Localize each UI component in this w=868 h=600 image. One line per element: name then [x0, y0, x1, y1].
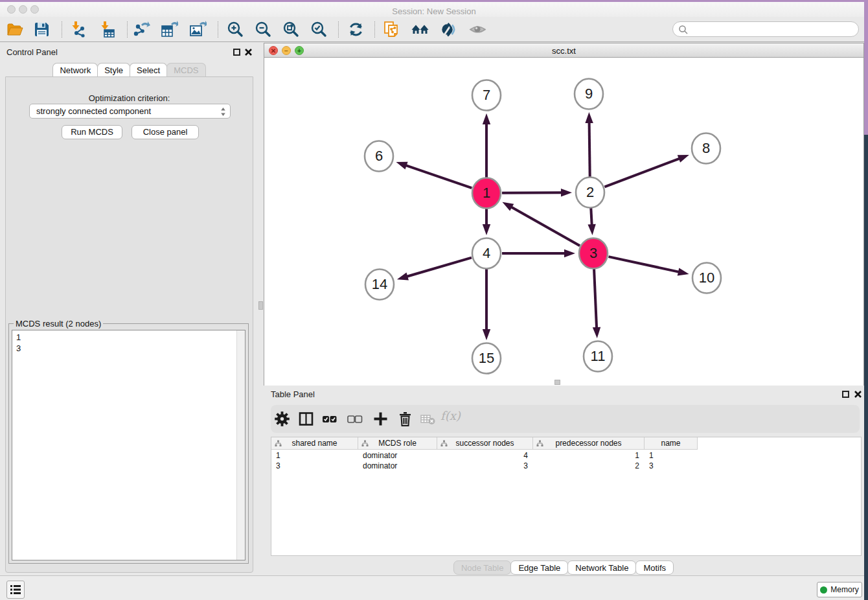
edge-arrow-3-10 — [678, 268, 689, 275]
table-header: shared nameMCDS rolesuccessor nodesprede… — [271, 437, 698, 450]
node-label-8: 8 — [702, 140, 710, 156]
import-network-icon[interactable] — [69, 21, 87, 38]
tab-style[interactable]: Style — [97, 63, 130, 77]
memory-label: Memory — [830, 585, 858, 594]
column-header-successor-nodes[interactable]: successor nodes — [437, 437, 533, 450]
export-image-icon[interactable] — [189, 21, 207, 38]
h-scroll-thumb[interactable] — [554, 380, 560, 385]
edge-arrow-2-9 — [585, 112, 593, 123]
tab-edge-table[interactable]: Edge Table — [510, 560, 568, 575]
list-icon — [7, 581, 24, 598]
node-label-14: 14 — [372, 276, 387, 292]
export-table-icon[interactable] — [161, 21, 178, 38]
main-toolbar — [0, 17, 868, 42]
columns-icon[interactable] — [298, 411, 314, 427]
node-label-1: 1 — [483, 185, 490, 201]
edge-1-6[interactable] — [405, 165, 472, 188]
edge-1-2[interactable] — [502, 192, 562, 193]
memory-button[interactable]: Memory — [817, 582, 862, 597]
zoom-out-icon[interactable] — [255, 21, 272, 38]
edge-2-3[interactable] — [591, 208, 591, 225]
mcds-result-group: MCDS result (2 nodes) 1 3 — [8, 323, 249, 564]
table-tabs: Node TableEdge TableNetwork TableMotifs — [262, 560, 864, 575]
desktop-background — [864, 135, 868, 600]
cell: dominator — [363, 461, 397, 470]
search-icon — [678, 25, 689, 35]
delete-icon[interactable] — [397, 411, 413, 427]
column-header-predecessor-nodes[interactable]: predecessor nodes — [533, 437, 645, 450]
close-panel-icon[interactable] — [244, 48, 253, 56]
column-tree-icon — [536, 440, 543, 447]
tab-motifs[interactable]: Motifs — [635, 560, 674, 575]
column-header-name[interactable]: name — [645, 437, 698, 450]
deselect-all-icon[interactable] — [347, 411, 363, 427]
mcds-result-scrollbar[interactable] — [236, 330, 245, 560]
mcds-result-lines: 1 3 — [16, 332, 21, 354]
search-input[interactable] — [672, 21, 859, 37]
column-tree-icon — [440, 440, 448, 447]
edge-4-14[interactable] — [406, 258, 472, 277]
edge-2-9[interactable] — [589, 122, 590, 177]
cell: dominator — [363, 451, 397, 460]
mcds-result-box[interactable]: 1 3 — [12, 330, 246, 560]
tab-mcds[interactable]: MCDS — [166, 63, 205, 77]
cell: 1 — [276, 451, 280, 460]
delete-table-icon[interactable] — [420, 411, 436, 427]
tab-network[interactable]: Network — [52, 63, 98, 77]
function-icon[interactable]: f(x) — [440, 409, 466, 425]
edge-3-1[interactable] — [510, 207, 580, 246]
tab-node-table[interactable]: Node Table — [453, 560, 512, 575]
save-icon[interactable] — [33, 21, 51, 38]
tab-network-table[interactable]: Network Table — [567, 560, 636, 575]
float-table-panel-icon[interactable] — [842, 391, 849, 398]
edge-arrow-4-14 — [397, 272, 409, 280]
column-header-shared-name[interactable]: shared name — [271, 437, 358, 450]
close-table-panel-icon[interactable] — [854, 390, 862, 398]
task-history-button[interactable] — [6, 581, 25, 599]
tab-select[interactable]: Select — [130, 63, 167, 77]
node-label-4: 4 — [483, 245, 490, 261]
edge-arrow-2-8 — [678, 155, 689, 163]
float-panel-icon[interactable] — [233, 49, 240, 56]
optimization-criterion-label: Optimization criterion: — [6, 93, 253, 103]
run-mcds-button[interactable]: Run MCDS — [62, 125, 122, 139]
edge-2-8[interactable] — [604, 158, 680, 187]
edge-3-11[interactable] — [594, 269, 597, 329]
network-window-titlebar[interactable]: ✕ − + scc.txt — [264, 43, 863, 58]
cell: 4 — [437, 451, 528, 460]
splitter-handle[interactable] — [258, 301, 263, 310]
edge-arrow-3-1 — [502, 202, 514, 211]
edge-arrow-4-3 — [564, 249, 575, 257]
zoom-fit-icon[interactable] — [282, 21, 300, 38]
node-table[interactable]: shared nameMCDS rolesuccessor nodesprede… — [271, 437, 862, 556]
edge-arrow-1-7 — [483, 113, 490, 124]
node-label-10: 10 — [699, 270, 714, 286]
duplicate-network-icon[interactable] — [383, 21, 400, 38]
show-eye-icon[interactable] — [469, 21, 486, 38]
zoom-selected-icon[interactable] — [310, 21, 328, 38]
column-tree-icon — [275, 440, 282, 447]
home-icon[interactable] — [411, 21, 429, 38]
export-network-icon[interactable] — [133, 21, 150, 38]
select-all-icon[interactable] — [321, 411, 337, 427]
refresh-icon[interactable] — [347, 21, 365, 38]
titlebar[interactable]: Session: New Session — [0, 2, 868, 17]
cell: 3 — [276, 461, 280, 470]
gear-icon[interactable] — [274, 411, 290, 427]
zoom-in-icon[interactable] — [227, 21, 244, 38]
edge-3-10[interactable] — [608, 257, 680, 272]
node-label-6: 6 — [375, 148, 383, 164]
hide-eye-icon[interactable] — [440, 21, 457, 38]
control-panel: Control Panel NetworkStyleSelectMCDS Opt… — [0, 43, 258, 574]
mcds-tab-content: Optimization criterion: strongly connect… — [5, 76, 253, 573]
criterion-select[interactable]: strongly connected component — [29, 104, 231, 119]
network-canvas[interactable]: 7968124314101511 — [264, 58, 863, 386]
import-table-icon[interactable] — [98, 21, 116, 38]
close-panel-button[interactable]: Close panel — [131, 125, 199, 139]
open-folder-icon[interactable] — [6, 21, 23, 38]
cell: 3 — [649, 461, 654, 470]
window-title: Session: New Session — [0, 6, 868, 16]
add-icon[interactable] — [372, 411, 389, 427]
cell: 2 — [533, 461, 639, 470]
column-header-MCDS-role[interactable]: MCDS role — [358, 437, 437, 450]
